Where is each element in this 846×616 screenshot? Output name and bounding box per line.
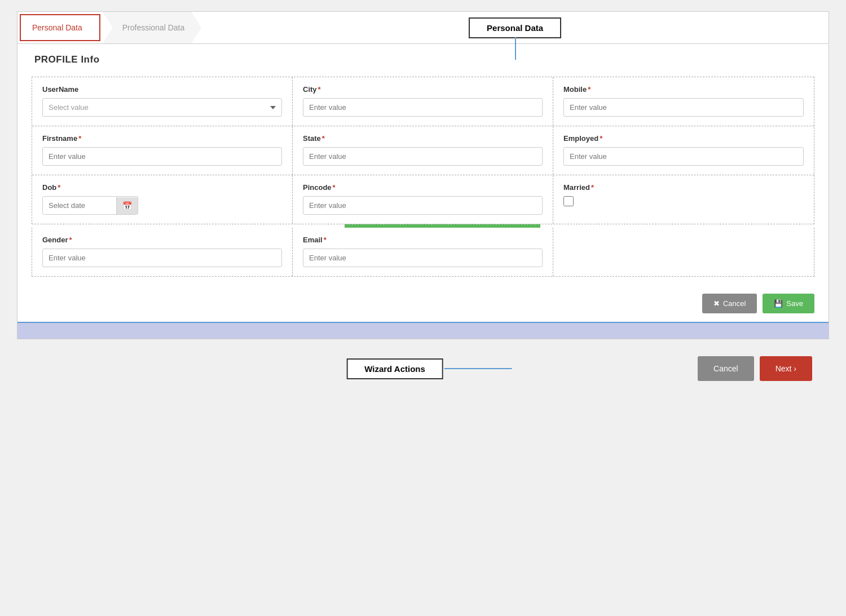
label-dob: Dob* [42,183,282,192]
save-button[interactable]: 💾 Save [763,294,814,313]
label-state: State* [303,134,543,143]
married-checkbox-wrapper [563,196,804,206]
form-cell-username: UserName Select value [32,77,293,126]
input-city[interactable] [303,98,543,117]
wizard-bottom-area: Wizard Actions Cancel Next › [17,339,829,392]
input-employed[interactable] [563,147,804,166]
calendar-button-dob[interactable]: 📅 [116,197,138,214]
form-cell-married: Married* [553,175,814,224]
label-mobile: Mobile* [563,85,804,94]
wizard-next-button[interactable]: Next › [760,356,812,381]
wizard-step-personal[interactable]: Personal Data [20,14,100,41]
label-employed: Employed* [563,134,804,143]
form-cell-empty [553,228,814,276]
cancel-icon: ✖ [713,299,720,308]
wizard-step-professional-label: Professional Data [122,23,185,32]
form-cell-mobile: Mobile* [553,77,814,126]
wizard-actions-line [444,368,512,369]
date-field-dob: 📅 [42,196,138,215]
form-row-lower-1: Gender* Email* [32,228,814,276]
label-pincode: Pincode* [303,183,543,192]
input-email[interactable] [303,249,543,267]
scroll-divider [32,224,814,228]
form-grid-lower: Gender* Email* [32,228,814,277]
form-cell-dob: Dob* 📅 [32,175,293,224]
form-cell-email: Email* [293,228,553,276]
label-city: City* [303,85,543,94]
label-email: Email* [303,236,543,244]
required-star-mobile: * [588,85,591,94]
required-star-employed: * [600,134,602,143]
form-cell-pincode: Pincode* [293,175,553,224]
cancel-button[interactable]: ✖ Cancel [702,294,757,313]
form-cell-gender: Gender* [32,228,293,276]
form-row-2: Firstname* State* Employed* [32,126,814,175]
wizard-step-professional[interactable]: Professional Data [103,12,202,43]
input-firstname[interactable] [42,147,282,166]
form-actions-row: ✖ Cancel 💾 Save [17,285,829,322]
profile-info-header: PROFILE Info [17,44,829,71]
required-star-city: * [318,85,321,94]
label-username: UserName [42,85,282,94]
label-gender: Gender* [42,236,282,244]
input-state[interactable] [303,147,543,166]
input-dob[interactable] [43,197,116,214]
input-gender[interactable] [42,249,282,267]
form-cell-employed: Employed* [553,126,814,175]
save-icon: 💾 [774,299,783,308]
wizard-current-title: Personal Data [469,17,561,38]
wizard-actions-box: Wizard Actions [346,358,443,379]
form-row-1: UserName Select value City* Mobile* [32,77,814,126]
form-row-3: Dob* 📅 Pincode* Married* [32,175,814,224]
wizard-buttons: Cancel Next › [698,356,812,381]
required-star-married: * [591,183,594,192]
required-star-gender: * [69,236,72,244]
required-star-state: * [322,134,325,143]
form-cell-firstname: Firstname* [32,126,293,175]
wizard-cancel-button[interactable]: Cancel [698,356,754,381]
input-mobile[interactable] [563,98,804,117]
required-star-firstname: * [78,134,81,143]
blue-footer-bar [17,322,829,339]
required-star-pincode: * [333,183,336,192]
form-cell-city: City* [293,77,553,126]
checkbox-married[interactable] [563,196,574,206]
label-married: Married* [563,183,804,192]
form-grid-upper: UserName Select value City* Mobile* [32,77,814,224]
label-firstname: Firstname* [42,134,282,143]
wizard-step-personal-label: Personal Data [32,23,82,32]
input-username[interactable]: Select value [42,98,282,117]
required-star-dob: * [58,183,60,192]
form-cell-state: State* [293,126,553,175]
input-pincode[interactable] [303,196,543,215]
required-star-email: * [324,236,327,244]
